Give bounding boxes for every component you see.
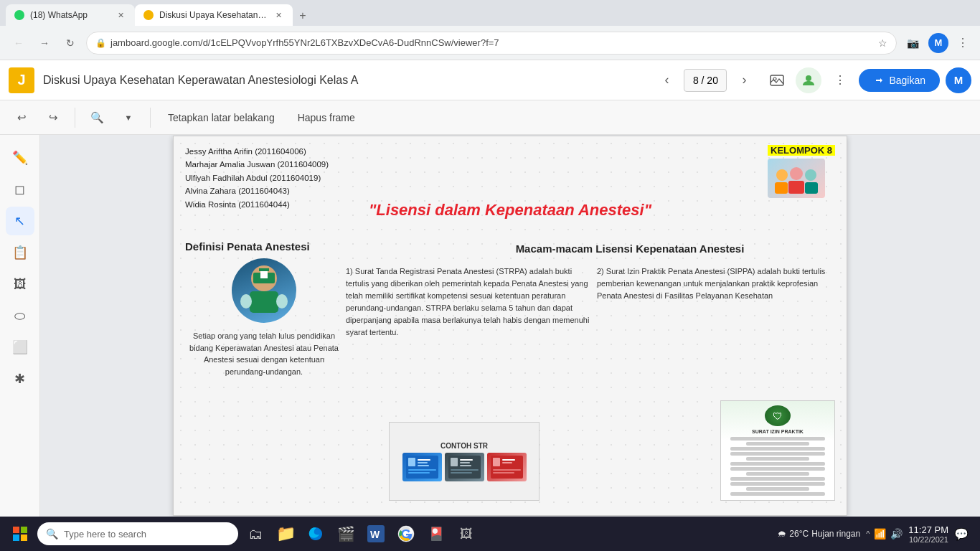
share-button[interactable]: Bagikan xyxy=(859,69,940,92)
new-tab-button[interactable]: + xyxy=(293,6,313,26)
id-card-red xyxy=(487,453,527,481)
task-view-button[interactable]: 🗂 xyxy=(241,519,270,548)
edge-icon xyxy=(307,525,324,542)
page-number-input[interactable] xyxy=(684,69,727,92)
zoom-dropdown-button[interactable]: ▼ xyxy=(116,105,141,131)
pen-tool-button[interactable]: ✏️ xyxy=(6,143,34,172)
svg-point-5 xyxy=(805,169,816,181)
taskbar-icon-8[interactable]: 🖼 xyxy=(452,519,481,548)
screen-capture-button[interactable]: 📷 xyxy=(903,33,923,53)
edge-browser-button[interactable] xyxy=(301,519,330,548)
notification-button[interactable]: 💬 xyxy=(954,527,969,541)
canvas-area[interactable]: Jessy Ariftha Arifin (2011604006) Marhaj… xyxy=(40,135,980,517)
windows-logo-icon xyxy=(11,525,29,542)
svg-rect-28 xyxy=(451,469,479,471)
back-button[interactable]: ← xyxy=(9,33,29,53)
reload-button[interactable]: ↻ xyxy=(60,33,80,53)
svg-rect-18 xyxy=(418,459,430,461)
slide-main-title: "Lisensi dalam Kepenataan Anestesi" xyxy=(174,201,847,220)
url-bar[interactable]: 🔒 jamboard.google.com/d/1cELPQVvopYrfh55… xyxy=(86,32,897,55)
word-icon: W xyxy=(367,525,385,542)
prev-page-button[interactable]: ‹ xyxy=(655,69,678,92)
sippa-line-5 xyxy=(746,457,809,461)
svg-rect-36 xyxy=(13,527,19,533)
insert-image-button[interactable] xyxy=(764,67,790,93)
svg-rect-7 xyxy=(788,181,804,194)
redo-button[interactable]: ↪ xyxy=(40,105,66,131)
id-card-red-svg xyxy=(491,456,523,479)
svg-rect-39 xyxy=(21,534,27,541)
zoom-button[interactable]: 🎬 xyxy=(331,519,360,548)
text-box-button[interactable]: ⬜ xyxy=(6,333,34,362)
laser-pointer-button[interactable]: ✱ xyxy=(6,364,34,393)
set-background-label[interactable]: Tetapkan latar belakang xyxy=(159,109,283,126)
undo-button[interactable]: ↩ xyxy=(9,105,34,131)
sticky-note-button[interactable]: 📋 xyxy=(6,238,34,267)
more-options-button[interactable]: ⋮ xyxy=(827,67,853,93)
image-button[interactable]: 🖼 xyxy=(6,270,34,298)
svg-rect-22 xyxy=(408,472,430,474)
tab-whatsapp-title: (18) WhatsApp xyxy=(30,10,109,20)
nurse-image xyxy=(232,258,296,323)
volume-icon[interactable]: 🔊 xyxy=(890,528,903,540)
kelompok-label: KELOMPOK 8 xyxy=(768,145,835,156)
select-tool-button[interactable]: ↖ xyxy=(6,207,34,235)
zoom-button[interactable]: 🔍 xyxy=(84,105,110,131)
group-illustration xyxy=(771,161,821,197)
tab-jamboard-title: Diskusi Upaya Kesehatan Kepera... xyxy=(159,10,267,20)
sippa-line-7 xyxy=(730,467,824,471)
taskbar-search-box[interactable]: 🔍 Type here to search xyxy=(37,522,238,545)
svg-point-2 xyxy=(806,75,811,81)
forward-button[interactable]: → xyxy=(34,33,55,53)
sippa-line-10 xyxy=(730,482,824,486)
bookmark-star-icon[interactable]: ☆ xyxy=(878,37,887,49)
file-explorer-icon: 📁 xyxy=(276,524,296,543)
kelompok-block: KELOMPOK 8 xyxy=(768,145,835,198)
sippa-document-image: 🛡 SURAT IZIN PRAKTIK xyxy=(720,400,835,501)
tray-icons: ^ 📶 🔊 xyxy=(866,528,903,540)
taskbar-icon-7-img: 🎴 xyxy=(428,526,444,542)
taskbar-icon-7[interactable]: 🎴 xyxy=(422,519,451,548)
next-page-button[interactable]: › xyxy=(732,69,755,92)
user-avatar[interactable]: M xyxy=(946,67,971,93)
tab-jamboard-close[interactable]: ✕ xyxy=(273,9,284,21)
author-3: Ulfiyah Fadhilah Abdul (2011604019) xyxy=(185,171,329,184)
g-icon-button[interactable] xyxy=(392,519,420,548)
sippa-line-8 xyxy=(746,472,809,476)
strpa-text: 1) Surat Tanda Registrasi Penata Anestes… xyxy=(346,265,590,339)
eraser-tool-button[interactable]: ◻ xyxy=(6,175,34,204)
clear-frame-label[interactable]: Hapus frame xyxy=(289,109,364,126)
svg-rect-31 xyxy=(493,458,500,466)
id-card-dark-svg xyxy=(448,456,481,479)
svg-point-3 xyxy=(776,169,788,181)
browser-more-button[interactable]: ⋮ xyxy=(954,33,971,52)
file-explorer-button[interactable]: 📁 xyxy=(271,519,300,548)
svg-rect-27 xyxy=(460,465,471,466)
weather-temp: 26°C xyxy=(789,529,809,539)
caret-up-icon[interactable]: ^ xyxy=(866,529,870,538)
svg-rect-6 xyxy=(775,182,788,194)
url-text: jamboard.google.com/d/1cELPQVvopYrfh55YN… xyxy=(110,37,874,48)
whatsapp-tab-icon xyxy=(14,10,24,20)
jamboard-tab-icon xyxy=(143,10,154,20)
sippa-line-2 xyxy=(746,442,809,446)
definisi-text: Setiap orang yang telah lulus pendidikan… xyxy=(185,330,343,377)
svg-rect-17 xyxy=(408,458,415,466)
collaborators-button[interactable] xyxy=(796,67,821,93)
circle-tool-button[interactable]: ⬭ xyxy=(6,301,34,330)
weather-info: 🌧 26°C Hujan ringan xyxy=(778,529,860,539)
app-title: Diskusi Upaya Kesehatan Keperawatan Anes… xyxy=(43,74,646,87)
tab-whatsapp[interactable]: (18) WhatsApp ✕ xyxy=(6,4,135,26)
clock[interactable]: 11:27 PM 10/22/2021 xyxy=(908,524,948,544)
profile-avatar[interactable]: M xyxy=(928,33,948,53)
tab-whatsapp-close[interactable]: ✕ xyxy=(115,9,126,21)
start-button[interactable] xyxy=(6,519,34,548)
weather-desc: Hujan ringan xyxy=(811,529,860,539)
svg-rect-12 xyxy=(259,268,269,271)
system-tray: 🌧 26°C Hujan ringan ^ 📶 🔊 11:27 PM 10/22… xyxy=(772,524,974,544)
tab-jamboard[interactable]: Diskusi Upaya Kesehatan Kepera... ✕ xyxy=(135,4,293,26)
sippa-line-6 xyxy=(730,462,824,466)
macam-title: Macam-macam Lisensi Kepenataan Anestesi xyxy=(425,242,835,255)
toolbar-separator-2 xyxy=(150,108,151,128)
word-button[interactable]: W xyxy=(362,519,390,548)
